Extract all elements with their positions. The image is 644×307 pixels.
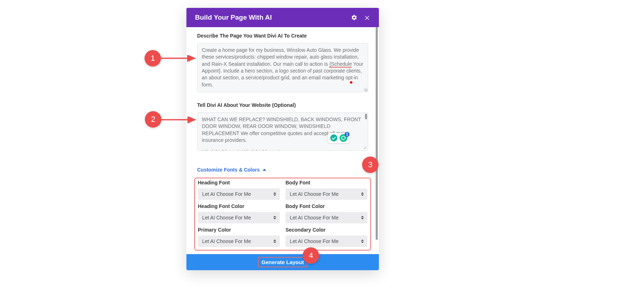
primary-color-label: Primary Color bbox=[198, 227, 280, 233]
annotation-badge-4: 4 bbox=[303, 247, 319, 264]
annotation-badge-2: 2 bbox=[145, 111, 161, 128]
select-caret-icon bbox=[273, 239, 276, 243]
primary-color-group: Primary Color Let AI Choose For Me bbox=[198, 227, 280, 247]
body-font-group: Body Font Let AI Choose For Me bbox=[286, 180, 367, 200]
select-caret-icon bbox=[361, 216, 364, 219]
arrow-icon bbox=[160, 55, 198, 62]
ai-builder-modal: Build Your Page With AI Describe The Pag… bbox=[186, 8, 379, 270]
about-textarea[interactable]: WHAT CAN WE REPLACE? WINDSHIELD, BACK WI… bbox=[197, 112, 368, 151]
modal-body: Describe The Page You Want Divi AI To Cr… bbox=[186, 27, 379, 254]
grammarly-icon[interactable]: 1 bbox=[340, 134, 347, 142]
about-textarea-wrap: WHAT CAN WE REPLACE? WINDSHIELD, BACK WI… bbox=[197, 112, 368, 151]
scrollbar-track[interactable] bbox=[376, 27, 378, 254]
caret-up-icon bbox=[263, 169, 266, 171]
heading-font-color-select[interactable]: Let AI Choose For Me bbox=[198, 212, 280, 223]
modal-title: Build Your Page With AI bbox=[195, 14, 272, 21]
about-label: Tell Divi AI About Your Website (Optiona… bbox=[197, 102, 368, 108]
describe-label: Describe The Page You Want Divi AI To Cr… bbox=[197, 33, 368, 39]
about-text2: Windshield repair Windshield repair bbox=[202, 149, 364, 151]
body-font-color-value: Let AI Choose For Me bbox=[290, 215, 338, 221]
header-actions bbox=[351, 14, 370, 21]
modal-header: Build Your Page With AI bbox=[186, 8, 379, 27]
heading-font-value: Let AI Choose For Me bbox=[202, 191, 251, 197]
arrow-icon bbox=[161, 117, 199, 124]
secondary-color-select[interactable]: Let AI Choose For Me bbox=[286, 236, 367, 247]
extension-icons: 1 bbox=[328, 133, 350, 143]
inner-scrollbar-thumb[interactable] bbox=[365, 114, 367, 119]
fonts-colors-options: Heading Font Let AI Choose For Me Body F… bbox=[194, 178, 371, 251]
generate-layout-button[interactable]: Generate Layout bbox=[261, 258, 304, 267]
select-caret-icon bbox=[273, 192, 276, 196]
spell-underline: {Schedule bbox=[329, 61, 352, 68]
collapse-label: Customize Fonts & Colors bbox=[197, 167, 260, 173]
secondary-color-group: Secondary Color Let AI Choose For Me bbox=[286, 227, 367, 247]
heading-font-color-label: Heading Font Color bbox=[198, 203, 280, 209]
annotation-badge-3: 3 bbox=[362, 157, 379, 173]
secondary-color-value: Let AI Choose For Me bbox=[290, 238, 338, 244]
grammarly-badge: 1 bbox=[345, 132, 350, 137]
annotation-badge-1: 1 bbox=[145, 50, 161, 66]
heading-font-color-group: Heading Font Color Let AI Choose For Me bbox=[198, 203, 280, 223]
body-font-color-label: Body Font Color bbox=[286, 203, 367, 209]
select-caret-icon bbox=[273, 216, 276, 219]
select-caret-icon bbox=[361, 239, 364, 243]
primary-color-value: Let AI Choose For Me bbox=[202, 238, 251, 244]
heading-font-label: Heading Font bbox=[198, 180, 280, 185]
heading-font-group: Heading Font Let AI Choose For Me bbox=[198, 180, 280, 200]
gear-icon[interactable] bbox=[351, 14, 357, 21]
scrollbar-thumb[interactable] bbox=[376, 27, 378, 240]
describe-textarea[interactable]: Create a home page for my business, Wins… bbox=[197, 43, 368, 92]
body-font-value: Let AI Choose For Me bbox=[290, 191, 338, 197]
close-icon[interactable] bbox=[364, 14, 370, 21]
secondary-color-label: Secondary Color bbox=[286, 227, 367, 233]
heading-font-color-value: Let AI Choose For Me bbox=[202, 215, 251, 221]
customize-fonts-colors-toggle[interactable]: Customize Fonts & Colors bbox=[197, 167, 266, 173]
body-font-color-select[interactable]: Let AI Choose For Me bbox=[286, 212, 367, 223]
select-caret-icon bbox=[361, 192, 364, 196]
modal-footer: Generate Layout bbox=[186, 254, 379, 270]
body-font-select[interactable]: Let AI Choose For Me bbox=[286, 188, 367, 200]
primary-color-select[interactable]: Let AI Choose For Me bbox=[198, 236, 280, 247]
body-font-label: Body Font bbox=[286, 180, 367, 185]
heading-font-select[interactable]: Let AI Choose For Me bbox=[198, 188, 280, 200]
describe-textarea-wrap: Create a home page for my business, Wins… bbox=[197, 43, 368, 92]
generate-layout-highlight: Generate Layout bbox=[258, 257, 307, 267]
status-dot-icon bbox=[350, 81, 352, 84]
body-font-color-group: Body Font Color Let AI Choose For Me bbox=[286, 203, 367, 223]
assistant-icon[interactable] bbox=[330, 134, 337, 142]
